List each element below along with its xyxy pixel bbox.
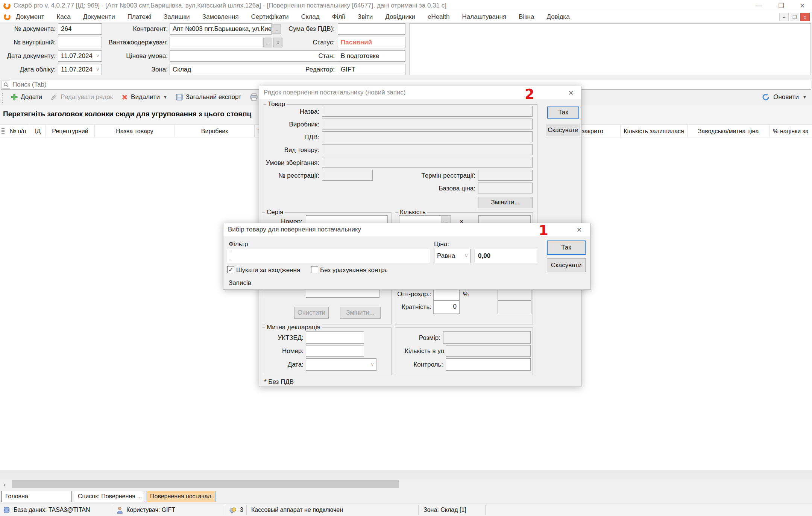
window-title: Скарб pro v. 4.0.2.77 [ІД: 969] - [Апт №… — [14, 2, 446, 9]
change-base-price-button[interactable]: Змінити... — [478, 197, 533, 208]
opt-retail-label: Опт-роздр.: — [394, 291, 431, 298]
qty-in-pack-label: Кількість в уп — [404, 347, 444, 355]
select-dialog-cancel-button[interactable]: Скасувати — [547, 258, 586, 272]
select-dialog-ok-button[interactable]: Так — [547, 240, 586, 255]
tab-return-to-supplier[interactable]: Повернення постачал .. — [146, 491, 216, 502]
mdi-close-button[interactable]: x — [800, 13, 810, 21]
base-price-label: Базова ціна: — [421, 185, 475, 192]
close-button[interactable]: ✕ — [794, 1, 810, 11]
menu-item-stock[interactable]: Залишки — [164, 13, 190, 21]
add-button[interactable]: Додати — [8, 92, 44, 102]
plus-icon — [11, 93, 18, 101]
search-icon[interactable] — [2, 81, 10, 89]
qty-in-pack-input — [446, 345, 531, 357]
control-input[interactable] — [446, 358, 531, 371]
statusbar-counter: 3 — [229, 504, 243, 516]
text-caret — [230, 252, 230, 260]
product-select-dialog-title: Вибір товару для повернення постачальник… — [228, 226, 361, 233]
customs-number-label: Номер: — [267, 347, 304, 355]
menu-item-settings[interactable]: Налаштування — [462, 13, 507, 21]
tab-home[interactable]: Головна — [1, 491, 71, 502]
menu-item-windows[interactable]: Вікна — [519, 13, 534, 21]
printer-icon — [250, 93, 258, 101]
toolbar-grip-handle[interactable] — [2, 93, 3, 103]
menu-item-help[interactable]: Довідка — [546, 13, 569, 21]
menu-item-warehouse[interactable]: Склад — [301, 13, 320, 21]
menu-item-kasa[interactable]: Каса — [56, 13, 70, 21]
scroll-left-arrow-icon[interactable]: ‹ — [0, 479, 9, 489]
menu-item-payments[interactable]: Платежі — [127, 13, 151, 21]
minimize-button[interactable]: — — [750, 1, 767, 11]
tab-returns-list[interactable]: Список: Повернення ... — [74, 491, 144, 502]
state-label: Стан: — [260, 50, 335, 62]
statusbar-database: База даних: TASA3@TITAN — [3, 504, 90, 516]
customs-number-input[interactable] — [306, 345, 364, 357]
editor-value: GIFT — [338, 64, 405, 75]
row-dialog-ok-button[interactable]: Так — [547, 107, 579, 119]
multiplicity-label: Кратність: — [395, 303, 431, 311]
column-header-markup-percent[interactable]: % націнки за — [770, 125, 812, 137]
refresh-button[interactable]: Оновити ▼ — [761, 93, 807, 102]
customs-date-select[interactable]: ˅ — [306, 358, 376, 371]
consignee-input[interactable] — [170, 37, 262, 48]
customs-date-label: Дата: — [267, 361, 304, 368]
scrollbar-thumb[interactable] — [12, 480, 399, 488]
series-change-button[interactable]: Змінити... — [340, 307, 381, 319]
producer-input — [322, 119, 533, 129]
row-dialog-cancel-button[interactable]: Скасувати — [546, 124, 580, 136]
qty-aux-box-2 — [498, 300, 531, 314]
chevron-down-icon[interactable]: ˅ — [465, 249, 468, 263]
column-header-id[interactable]: ІД — [30, 125, 46, 137]
size-input — [443, 331, 531, 344]
bottom-tab-bar: Головна Список: Повернення ... Поверненн… — [0, 490, 812, 503]
chevron-down-icon[interactable]: ˅ — [371, 359, 374, 370]
uktzed-input[interactable] — [306, 331, 364, 344]
menu-item-branches[interactable]: Філії — [332, 13, 345, 21]
product-select-dialog-titlebar[interactable]: Вибір товару для повернення постачальник… — [223, 223, 590, 236]
horizontal-scrollbar[interactable]: ‹ — [0, 479, 812, 489]
column-header-producer[interactable]: Виробник — [175, 125, 255, 137]
control-label: Контроль: — [404, 361, 443, 368]
mdi-restore-button[interactable]: ❐ — [790, 13, 799, 21]
sum-no-vat-input[interactable] — [338, 23, 405, 35]
reg-term-label: Термін реєстрації: — [421, 172, 475, 180]
column-header-npp[interactable]: № п/п — [6, 125, 30, 137]
title-bar: Скарб pro v. 4.0.2.77 [ІД: 969] - [Апт №… — [0, 0, 812, 11]
price-mode-select[interactable]: Равна ˅ — [434, 249, 471, 263]
menu-item-ehealth[interactable]: eHealth — [428, 13, 450, 21]
column-header-qty-remaining[interactable]: Кількість залишилася — [621, 125, 688, 137]
ignore-contractor-checkbox[interactable] — [311, 266, 318, 273]
column-header-factory-price[interactable]: Заводська/митна ціна — [688, 125, 770, 137]
edit-row-button[interactable]: Редагувати рядок — [48, 92, 115, 102]
annotation-1: 1 — [539, 222, 548, 239]
search-by-entry-checkbox[interactable]: ✓ — [227, 266, 234, 273]
grid-bottom-band — [0, 470, 812, 479]
close-icon[interactable]: ✕ — [565, 88, 577, 97]
multiplicity-input[interactable]: 0 — [433, 300, 460, 314]
menu-item-documents[interactable]: Документи — [83, 13, 115, 21]
menu-item-certificates[interactable]: Сертифікати — [251, 13, 288, 21]
delete-button[interactable]: Видалити ▼ — [119, 92, 170, 102]
column-grip-icon[interactable] — [2, 128, 5, 134]
close-icon[interactable]: ✕ — [574, 225, 585, 234]
statusbar-zone: Зона: Склад [1] — [423, 504, 466, 516]
series-clear-button[interactable]: Очистити — [294, 307, 329, 319]
contractor-input[interactable]: Апт №003 пгт.Барышевка, ул.Киев — [170, 23, 272, 35]
reg-number-label: № реєстрації: — [267, 172, 319, 180]
column-header-product-name[interactable]: Назва товару — [95, 125, 175, 137]
menu-item-orders[interactable]: Замовлення — [202, 13, 239, 21]
statusbar-cash-register: Кассовый аппарат не подключен — [251, 504, 343, 516]
filter-input[interactable] — [227, 249, 430, 263]
price-value-input[interactable]: 0,00 — [475, 249, 537, 263]
restore-button[interactable]: ❐ — [773, 1, 789, 11]
product-kind-label: Вид товару: — [267, 146, 319, 154]
records-label: Записів — [229, 279, 251, 287]
mdi-minimize-button[interactable]: – — [779, 13, 789, 21]
menu-item-reports[interactable]: Звіти — [358, 13, 373, 21]
menu-item-document[interactable]: Документ — [16, 13, 44, 21]
menu-item-directories[interactable]: Довідники — [385, 13, 415, 21]
account-date-label: Дата обліку: — [0, 64, 56, 75]
export-button[interactable]: Загальний експорт — [173, 92, 244, 102]
notes-panel[interactable] — [409, 23, 811, 75]
column-header-recipe[interactable]: Рецептурний — [46, 125, 95, 137]
